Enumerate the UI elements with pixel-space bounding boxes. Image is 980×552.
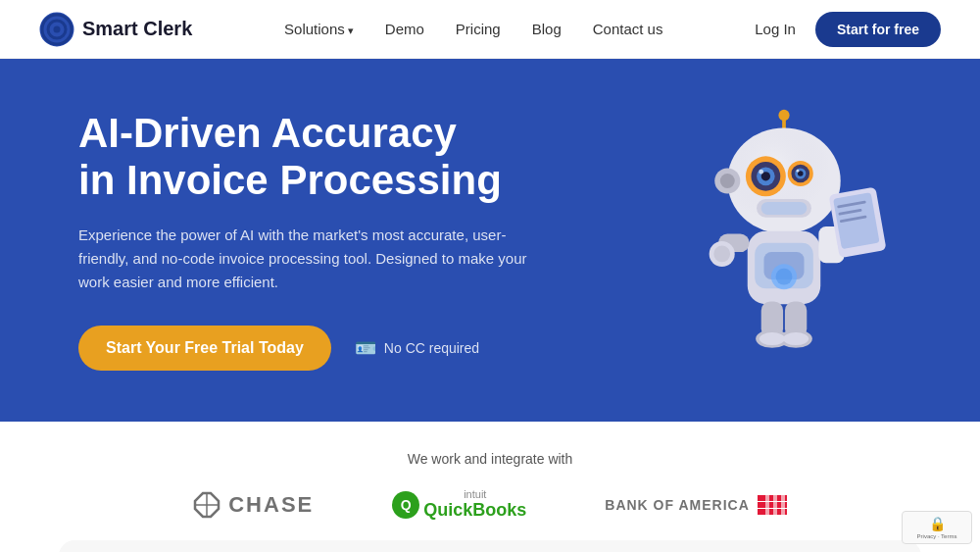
svg-point-45: [713, 246, 730, 263]
integrations-section: We work and integrate with CHASE Q intui…: [0, 422, 980, 540]
robot-svg: [647, 108, 921, 373]
svg-rect-53: [773, 495, 777, 515]
boa-text: BANK OF AMERICA: [605, 497, 749, 513]
start-for-free-button[interactable]: Start for free: [815, 12, 941, 47]
hero-title: AI-Driven Accuracy in Invoice Processing: [78, 110, 549, 205]
credit-card-icon: 🪪: [355, 337, 376, 359]
boa-icon: [758, 495, 787, 515]
svg-rect-24: [761, 202, 808, 215]
login-link[interactable]: Log In: [755, 21, 796, 37]
hero-subtitle: Experience the power of AI with the mark…: [78, 224, 549, 294]
quickbooks-text: intuit QuickBooks: [423, 488, 526, 521]
hero-content: AI-Driven Accuracy in Invoice Processing…: [78, 110, 549, 372]
integrations-label: We work and integrate with: [39, 451, 941, 467]
nav-item-demo[interactable]: Demo: [385, 21, 424, 38]
svg-point-8: [778, 110, 789, 121]
bottom-card: ↑: [59, 540, 921, 552]
bank-of-america-logo: BANK OF AMERICA: [605, 495, 786, 515]
robot-illustration: [647, 108, 921, 373]
svg-point-29: [776, 269, 793, 285]
chase-logo: CHASE: [193, 491, 314, 519]
nav-item-contact[interactable]: Contact us: [593, 21, 663, 38]
svg-rect-54: [781, 495, 785, 515]
recaptcha-text: Privacy · Terms: [917, 533, 957, 539]
nav-links: Solutions Demo Pricing Blog Contact us: [284, 21, 662, 38]
navbar: Smart Clerk Solutions Demo Pricing Blog …: [0, 0, 980, 59]
quickbooks-logo: Q intuit QuickBooks: [392, 488, 526, 521]
svg-point-42: [760, 332, 785, 345]
svg-point-22: [720, 174, 735, 188]
recaptcha-badge: 🔒 Privacy · Terms: [902, 511, 972, 544]
logo: Smart Clerk: [39, 12, 192, 47]
logo-text: Smart Clerk: [82, 18, 192, 40]
logo-icon: [39, 12, 74, 47]
svg-point-43: [783, 332, 808, 345]
svg-point-6: [54, 25, 61, 32]
quickbooks-icon: Q: [392, 491, 419, 519]
no-cc-label: 🪪 No CC required: [355, 337, 479, 359]
recaptcha-icon: 🔒: [929, 516, 946, 531]
nav-item-blog[interactable]: Blog: [532, 21, 562, 38]
nav-item-solutions[interactable]: Solutions: [284, 21, 354, 38]
svg-rect-52: [765, 495, 769, 515]
trial-button[interactable]: Start Your Free Trial Today: [78, 326, 331, 371]
chase-text: CHASE: [228, 492, 314, 518]
chase-icon: [193, 491, 220, 519]
hero-actions: Start Your Free Trial Today 🪪 No CC requ…: [78, 326, 549, 371]
svg-point-20: [797, 170, 800, 173]
svg-point-15: [759, 170, 763, 175]
nav-item-pricing[interactable]: Pricing: [456, 21, 501, 38]
nav-actions: Log In Start for free: [755, 12, 941, 47]
hero-section: AI-Driven Accuracy in Invoice Processing…: [0, 59, 980, 422]
integrations-logos: CHASE Q intuit QuickBooks BANK OF AMERIC…: [39, 488, 941, 521]
